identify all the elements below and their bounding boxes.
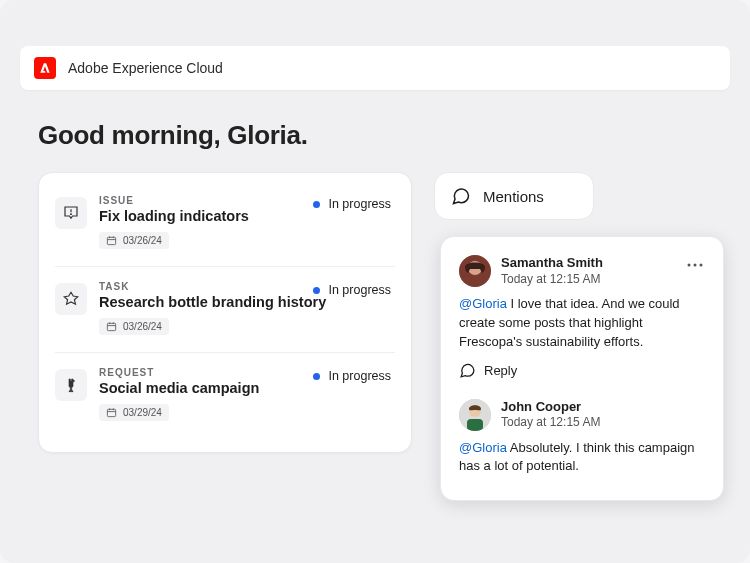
request-icon <box>55 369 87 401</box>
work-items-card: ISSUE Fix loading indicators 03/26/24 In… <box>38 172 412 453</box>
mention-tag[interactable]: @Gloria <box>459 440 507 455</box>
status-label: In progress <box>328 369 391 383</box>
work-item[interactable]: TASK Research bottle branding history 03… <box>55 266 395 352</box>
work-item-date-chip: 03/26/24 <box>99 232 169 249</box>
adobe-logo-icon <box>34 57 56 79</box>
avatar <box>459 255 491 287</box>
svg-marker-6 <box>64 292 78 304</box>
calendar-icon <box>106 235 117 246</box>
work-item-status: In progress <box>313 283 391 297</box>
reply-label: Reply <box>484 363 517 378</box>
mentions-header-label: Mentions <box>483 188 544 205</box>
svg-point-17 <box>694 264 697 267</box>
work-item[interactable]: ISSUE Fix loading indicators 03/26/24 In… <box>55 181 395 266</box>
svg-rect-2 <box>107 237 115 244</box>
svg-point-18 <box>700 264 703 267</box>
status-dot-icon <box>313 201 320 208</box>
svg-rect-12 <box>107 409 115 416</box>
avatar <box>459 399 491 431</box>
status-dot-icon <box>313 373 320 380</box>
mention-item: Samantha Smith Today at 12:15 AM @Gloria… <box>459 255 705 383</box>
mention-body: @Gloria Absolutely. I think this campaig… <box>459 439 705 477</box>
work-item-status: In progress <box>313 197 391 211</box>
task-icon <box>55 283 87 315</box>
mentions-header[interactable]: Mentions <box>434 172 594 220</box>
mention-author: Samantha Smith <box>501 255 603 271</box>
greeting-title: Good morning, Gloria. <box>38 120 308 151</box>
mention-header: Samantha Smith Today at 12:15 AM <box>459 255 705 287</box>
work-item-date: 03/26/24 <box>123 321 162 332</box>
reply-button[interactable]: Reply <box>459 362 517 379</box>
brand-label: Adobe Experience Cloud <box>68 60 223 76</box>
work-item-date: 03/26/24 <box>123 235 162 246</box>
work-item[interactable]: REQUEST Social media campaign 03/29/24 I… <box>55 352 395 438</box>
top-bar: Adobe Experience Cloud <box>20 46 730 90</box>
mention-item: John Cooper Today at 12:15 AM @Gloria Ab… <box>459 399 705 477</box>
work-item-date-chip: 03/29/24 <box>99 404 169 421</box>
mention-author: John Cooper <box>501 399 600 415</box>
work-item-date: 03/29/24 <box>123 407 162 418</box>
mention-timestamp: Today at 12:15 AM <box>501 415 600 430</box>
svg-point-1 <box>71 214 72 215</box>
mention-tag[interactable]: @Gloria <box>459 296 507 311</box>
mentions-card: Samantha Smith Today at 12:15 AM @Gloria… <box>440 236 724 501</box>
svg-rect-23 <box>467 419 483 431</box>
mention-timestamp: Today at 12:15 AM <box>501 272 603 287</box>
chat-icon <box>451 186 471 206</box>
mention-body: @Gloria I love that idea. And we could c… <box>459 295 705 352</box>
work-item-status: In progress <box>313 369 391 383</box>
mention-header: John Cooper Today at 12:15 AM <box>459 399 705 431</box>
app-window: Adobe Experience Cloud Good morning, Glo… <box>0 0 750 563</box>
status-label: In progress <box>328 197 391 211</box>
calendar-icon <box>106 407 117 418</box>
chat-icon <box>459 362 476 379</box>
svg-point-16 <box>688 264 691 267</box>
svg-point-11 <box>73 380 75 382</box>
status-label: In progress <box>328 283 391 297</box>
work-item-date-chip: 03/26/24 <box>99 318 169 335</box>
calendar-icon <box>106 321 117 332</box>
more-icon <box>687 263 703 267</box>
more-options-button[interactable] <box>683 253 707 277</box>
status-dot-icon <box>313 287 320 294</box>
issue-icon <box>55 197 87 229</box>
svg-rect-7 <box>107 323 115 330</box>
